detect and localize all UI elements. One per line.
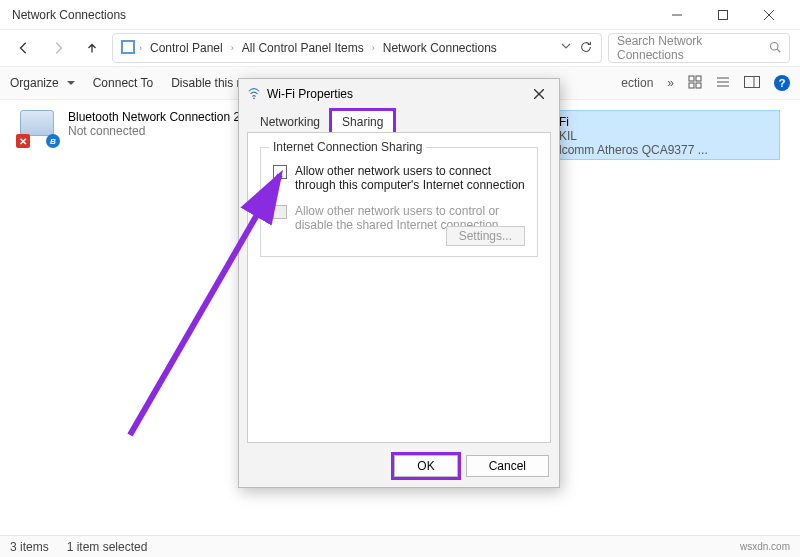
connection-adapter: lcomm Atheros QCA9377 ... <box>559 143 771 157</box>
control-panel-icon <box>121 40 135 57</box>
nav-row: › Control Panel › All Control Panel Item… <box>0 30 800 66</box>
item-count: 3 items <box>10 540 49 554</box>
up-button[interactable] <box>78 34 106 62</box>
ics-group: Internet Connection Sharing Allow other … <box>260 147 538 257</box>
svg-point-6 <box>771 42 779 50</box>
connection-name: Fi <box>559 115 771 129</box>
chevron-right-icon: › <box>231 43 234 53</box>
dialog-tabs: Networking Sharing <box>239 109 559 132</box>
truncated-label: ection <box>621 76 653 90</box>
allow-connect-checkbox[interactable] <box>273 165 287 179</box>
back-button[interactable] <box>10 34 38 62</box>
wifi-icon <box>247 86 261 103</box>
search-icon <box>769 41 781 56</box>
allow-control-checkbox <box>273 205 287 219</box>
wifi-properties-dialog: Wi-Fi Properties Networking Sharing Inte… <box>238 78 560 488</box>
close-button[interactable] <box>746 0 792 30</box>
watermark: wsxdn.com <box>740 541 790 552</box>
organize-menu[interactable]: Organize <box>10 76 75 90</box>
minimize-button[interactable] <box>654 0 700 30</box>
svg-point-17 <box>253 97 255 99</box>
refresh-icon[interactable] <box>579 40 593 57</box>
chevron-down-icon[interactable] <box>561 40 571 57</box>
status-bar: 3 items 1 item selected wsxdn.com <box>0 535 800 557</box>
dialog-titlebar: Wi-Fi Properties <box>239 79 559 109</box>
connection-name: Bluetooth Network Connection 2 <box>68 110 240 124</box>
svg-rect-11 <box>696 83 701 88</box>
view-small-icon[interactable] <box>688 75 702 92</box>
maximize-button[interactable] <box>700 0 746 30</box>
dialog-title: Wi-Fi Properties <box>267 87 521 101</box>
window-titlebar: Network Connections <box>0 0 800 30</box>
preview-pane-icon[interactable] <box>744 76 760 91</box>
search-input[interactable]: Search Network Connections <box>608 33 790 63</box>
search-placeholder: Search Network Connections <box>617 34 769 62</box>
window-title: Network Connections <box>12 8 654 22</box>
help-icon[interactable]: ? <box>774 75 790 91</box>
svg-rect-9 <box>696 76 701 81</box>
breadcrumb-item[interactable]: Control Panel <box>146 41 227 55</box>
connect-to-button[interactable]: Connect To <box>93 76 154 90</box>
allow-connect-row[interactable]: Allow other network users to connect thr… <box>273 164 525 192</box>
allow-connect-label: Allow other network users to connect thr… <box>295 164 525 192</box>
group-title: Internet Connection Sharing <box>269 140 426 154</box>
svg-line-7 <box>777 49 780 52</box>
forward-button[interactable] <box>44 34 72 62</box>
address-bar[interactable]: › Control Panel › All Control Panel Item… <box>112 33 602 63</box>
dialog-close-button[interactable] <box>527 82 551 106</box>
svg-rect-15 <box>745 76 760 87</box>
bluetooth-adapter-icon: ✕ <box>18 110 58 146</box>
svg-rect-1 <box>719 10 728 19</box>
chevron-right-icon: › <box>139 43 142 53</box>
chevron-right-icon: › <box>372 43 375 53</box>
connection-ssid: KIL <box>559 129 771 143</box>
connection-status: Not connected <box>68 124 240 138</box>
error-x-icon: ✕ <box>16 134 30 148</box>
svg-rect-5 <box>123 42 133 52</box>
tab-networking[interactable]: Networking <box>249 110 331 133</box>
svg-rect-10 <box>689 83 694 88</box>
svg-rect-8 <box>689 76 694 81</box>
cancel-button[interactable]: Cancel <box>466 455 549 477</box>
disable-device-button[interactable]: Disable this n <box>171 76 243 90</box>
breadcrumb-item[interactable]: Network Connections <box>379 41 501 55</box>
breadcrumb-item[interactable]: All Control Panel Items <box>238 41 368 55</box>
bluetooth-badge-icon <box>46 134 60 148</box>
connection-item-wifi-selected[interactable]: Fi KIL lcomm Atheros QCA9377 ... <box>550 110 780 160</box>
settings-button: Settings... <box>446 226 525 246</box>
tab-panel-sharing: Internet Connection Sharing Allow other … <box>247 132 551 443</box>
tab-sharing[interactable]: Sharing <box>331 110 394 133</box>
selected-count: 1 item selected <box>67 540 148 554</box>
overflow-chevrons[interactable]: » <box>667 76 674 90</box>
view-list-icon[interactable] <box>716 75 730 92</box>
ok-button[interactable]: OK <box>394 455 457 477</box>
